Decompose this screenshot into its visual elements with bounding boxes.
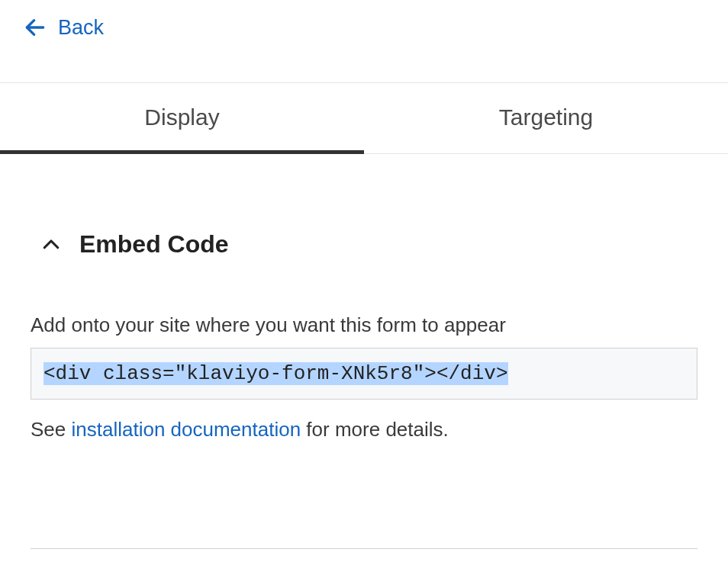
section-header-embed-code[interactable]: Embed Code bbox=[31, 230, 697, 258]
chevron-up-icon bbox=[40, 233, 63, 256]
back-button[interactable]: Back bbox=[0, 0, 127, 55]
helper-text: See installation documentation for more … bbox=[31, 418, 697, 442]
arrow-left-icon bbox=[23, 15, 47, 40]
tab-targeting[interactable]: Targeting bbox=[364, 83, 728, 153]
helper-suffix: for more details. bbox=[301, 418, 449, 441]
embed-instruction: Add onto your site where you want this f… bbox=[31, 313, 697, 337]
tabs-container: Display Targeting bbox=[0, 82, 728, 154]
tab-targeting-label: Targeting bbox=[499, 104, 593, 130]
tabs: Display Targeting bbox=[0, 83, 728, 153]
installation-documentation-link[interactable]: installation documentation bbox=[72, 418, 301, 441]
embed-code-text: <div class="klaviyo-form-XNk5r8"></div> bbox=[43, 362, 508, 385]
section-title: Embed Code bbox=[79, 230, 229, 258]
tab-display[interactable]: Display bbox=[0, 83, 364, 153]
embed-code-box[interactable]: <div class="klaviyo-form-XNk5r8"></div> bbox=[31, 348, 697, 400]
tab-display-label: Display bbox=[144, 104, 219, 130]
back-label: Back bbox=[58, 16, 104, 40]
helper-prefix: See bbox=[31, 418, 72, 441]
section-divider bbox=[31, 548, 697, 549]
content-area: Embed Code Add onto your site where you … bbox=[0, 154, 728, 442]
